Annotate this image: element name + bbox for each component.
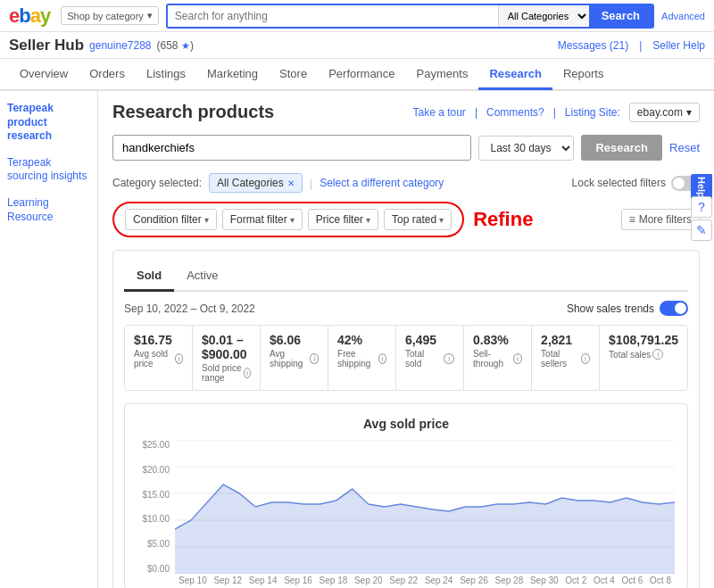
- sidebar-item-terapeak-research[interactable]: Terapeak product research: [7, 102, 90, 144]
- nav-item-reports[interactable]: Reports: [552, 60, 615, 90]
- comments-link[interactable]: Comments?: [486, 106, 544, 119]
- chart-panel: Sold Active Sep 10, 2022 – Oct 9, 2022 S…: [112, 250, 700, 588]
- seller-hub-left: Seller Hub genuine7288 (658 ★): [9, 37, 194, 54]
- chart-svg-container: Sep 10 Sep 12 Sep 14 Sep 16 Sep 18 Sep 2…: [175, 440, 675, 585]
- y-axis: $25.00 $20.00 $15.00 $10.00 $5.00 $0.00: [137, 440, 175, 574]
- search-row: Last 30 days Research Reset: [112, 135, 700, 161]
- seller-hub-title: Seller Hub: [9, 37, 84, 54]
- info-icon-total-sold[interactable]: i: [444, 353, 454, 364]
- category-label: Category selected:: [112, 177, 202, 189]
- seller-help-link[interactable]: Seller Help: [652, 39, 705, 52]
- date-range-row: Sep 10, 2022 – Oct 9, 2022 Show sales tr…: [124, 301, 688, 316]
- info-icon-total-sellers[interactable]: i: [581, 353, 590, 364]
- more-filters-label: More filters: [639, 213, 692, 226]
- tab-sold[interactable]: Sold: [124, 261, 174, 292]
- x-label-0: Sep 10: [178, 576, 207, 585]
- stat-label-total-sellers: Total sellers i: [541, 349, 590, 369]
- nav-item-research[interactable]: Research: [478, 60, 552, 90]
- take-tour-link[interactable]: Take a tour: [413, 106, 466, 119]
- stat-value-avg-shipping: $6.06: [270, 333, 319, 347]
- lock-filters-label: Lock selected filters: [572, 177, 666, 189]
- seller-rating: (658 ★): [157, 39, 194, 52]
- info-icon-avg-sold[interactable]: i: [175, 353, 183, 364]
- main-search-input[interactable]: [168, 5, 498, 27]
- listing-site-value: ebay.com: [637, 106, 683, 119]
- x-label-7: Sep 24: [425, 576, 453, 585]
- stat-label-sell-through: Sell-through i: [473, 349, 522, 369]
- info-icon-total-sales[interactable]: i: [652, 349, 663, 360]
- stat-label-total-sold: Total sold i: [405, 349, 454, 369]
- show-trends-label: Show sales trends: [567, 302, 654, 315]
- nav-item-listings[interactable]: Listings: [136, 60, 196, 90]
- page-body: Terapeak product research Terapeak sourc…: [0, 91, 714, 588]
- main-search-button[interactable]: Search: [589, 5, 652, 27]
- nav-item-store[interactable]: Store: [269, 60, 318, 90]
- chevron-down-icon: ▾: [686, 106, 692, 119]
- info-icon-free-shipping[interactable]: i: [378, 353, 386, 364]
- stat-label-price-range: Sold price range i: [202, 363, 251, 383]
- nav-item-overview[interactable]: Overview: [9, 60, 79, 90]
- x-label-11: Oct 2: [565, 576, 586, 585]
- stats-row: $16.75 Avg sold price i $0.01 – $900.00 …: [124, 325, 688, 391]
- stat-label-free-shipping: Free shipping i: [337, 349, 386, 369]
- advanced-link[interactable]: Advanced: [661, 11, 705, 21]
- stat-free-shipping: 42% Free shipping i: [328, 326, 396, 390]
- category-badge-remove[interactable]: ✕: [287, 178, 295, 188]
- format-filter[interactable]: Format filter: [222, 209, 303, 230]
- product-search-input[interactable]: [112, 135, 471, 161]
- nav-item-payments[interactable]: Payments: [406, 60, 479, 90]
- x-label-4: Sep 18: [320, 576, 348, 585]
- show-trends: Show sales trends: [567, 301, 688, 316]
- show-trends-toggle[interactable]: [660, 301, 688, 316]
- x-label-10: Sep 30: [530, 576, 559, 585]
- x-label-9: Sep 28: [495, 576, 524, 585]
- x-label-14: Oct 8: [650, 576, 671, 585]
- category-badge-value: All Categories: [217, 177, 284, 189]
- nav-item-performance[interactable]: Performance: [318, 60, 405, 90]
- nav-item-marketing[interactable]: Marketing: [196, 60, 269, 90]
- stat-total-sold: 6,495 Total sold i: [396, 326, 464, 390]
- date-range-display: Sep 10, 2022 – Oct 9, 2022: [124, 302, 255, 315]
- seller-username[interactable]: genuine7288: [89, 39, 151, 52]
- research-button[interactable]: Research: [581, 135, 662, 161]
- reset-link[interactable]: Reset: [669, 141, 700, 154]
- date-range-select[interactable]: Last 30 days: [478, 136, 574, 161]
- help-edit-icon[interactable]: ✎: [691, 219, 712, 241]
- separator-2: |: [553, 106, 556, 119]
- lock-filters: Lock selected filters: [572, 176, 700, 191]
- main-content: Research products Take a tour | Comments…: [98, 91, 714, 588]
- info-icon-price-range[interactable]: i: [244, 368, 251, 378]
- line-chart: [175, 440, 675, 574]
- chart-title: Avg sold price: [137, 417, 675, 431]
- listing-site-select[interactable]: ebay.com ▾: [629, 103, 700, 122]
- category-dropdown[interactable]: All Categories: [498, 5, 589, 27]
- more-filters-button[interactable]: ≡ More filters: [621, 209, 700, 230]
- y-tick-5: $25.00: [142, 440, 170, 450]
- seller-hub-right: Messages (21) | Seller Help: [558, 39, 705, 52]
- stat-value-sell-through: 0.83%: [473, 333, 522, 347]
- shop-by-category[interactable]: Shop by category ▾: [61, 6, 159, 25]
- page-title: Research products: [112, 102, 274, 122]
- x-label-6: Sep 22: [389, 576, 418, 585]
- messages-link[interactable]: Messages (21): [558, 39, 628, 52]
- category-badge: All Categories ✕: [209, 173, 303, 193]
- help-question-icon[interactable]: ?: [691, 196, 712, 218]
- y-tick-0: $0.00: [147, 564, 170, 574]
- top-rated-filter[interactable]: Top rated: [384, 209, 452, 230]
- top-header: ebay Shop by category ▾ All Categories S…: [0, 0, 714, 32]
- info-icon-avg-shipping[interactable]: i: [310, 353, 319, 364]
- sidebar: Terapeak product research Terapeak sourc…: [0, 91, 98, 588]
- nav-item-orders[interactable]: Orders: [79, 60, 136, 90]
- price-filter[interactable]: Price filter: [308, 209, 378, 230]
- select-category-link[interactable]: Select a different category: [320, 177, 444, 189]
- refine-label: Refine: [473, 208, 533, 231]
- x-label-2: Sep 14: [249, 576, 278, 585]
- pipe-cat: |: [310, 177, 312, 190]
- sidebar-item-terapeak-sourcing[interactable]: Terapeak sourcing insights: [7, 156, 90, 184]
- info-icon-sell-through[interactable]: i: [513, 353, 522, 364]
- tab-active[interactable]: Active: [174, 261, 230, 292]
- category-row: Category selected: All Categories ✕ | Se…: [112, 173, 700, 193]
- stat-label-avg-sold: Avg sold price i: [134, 349, 183, 369]
- condition-filter[interactable]: Condition filter: [125, 209, 217, 230]
- sidebar-item-learning-resource[interactable]: Learning Resource: [7, 196, 90, 224]
